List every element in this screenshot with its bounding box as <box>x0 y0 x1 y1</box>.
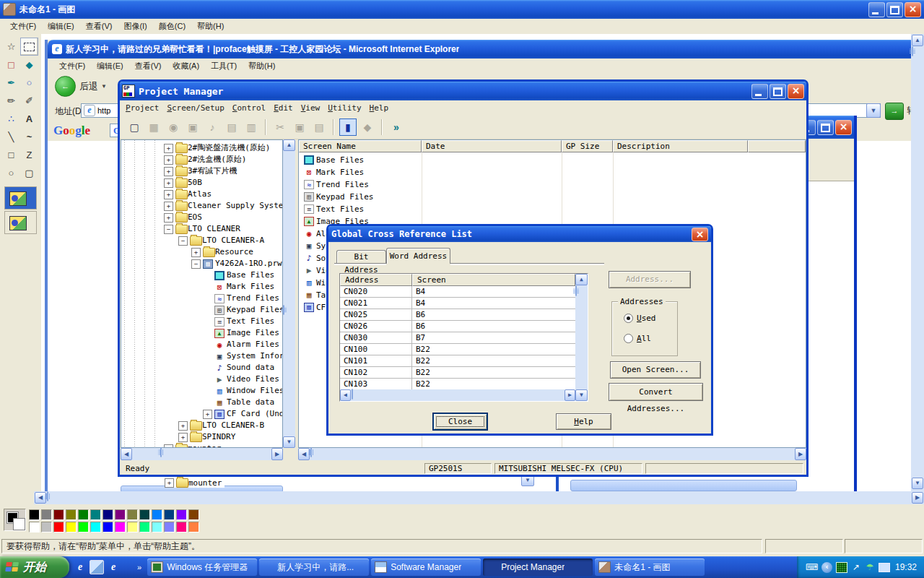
screen-list-row[interactable]: Trend Files <box>299 178 806 191</box>
menu-item[interactable]: 工具(T) <box>205 59 243 73</box>
rounded-rectangle-tool[interactable]: ▢ <box>20 164 38 182</box>
tab-word-address[interactable]: Word Address <box>386 248 450 264</box>
ellipse-tool[interactable]: ○ <box>2 164 20 182</box>
tree-item[interactable]: Keypad Files <box>121 304 283 316</box>
menu-item[interactable]: 文件(F) <box>4 20 42 33</box>
screen-list-row[interactable]: Mark Files <box>299 166 806 178</box>
menu-item[interactable]: View <box>300 102 327 114</box>
menu-item[interactable]: 图像(I) <box>118 20 152 33</box>
tree-item[interactable]: Alarm Files <box>121 339 283 350</box>
free-form-select-tool[interactable]: ☆ <box>2 38 20 56</box>
radio-used-dot[interactable] <box>624 314 633 323</box>
palette-color[interactable] <box>176 509 187 520</box>
taskbar-button[interactable]: Software Manager <box>371 558 481 576</box>
back-button[interactable]: ← 后退 ▼ <box>55 76 107 97</box>
menu-item[interactable]: 帮助(H) <box>243 59 281 73</box>
menu-item[interactable]: Help <box>368 102 396 114</box>
tree-item[interactable]: Video Files <box>121 374 283 385</box>
tree-item[interactable]: − LTO CLEANER-A <box>121 235 283 246</box>
tree-item[interactable]: Trend Files <box>121 293 283 304</box>
table-row[interactable]: CN020 B4 <box>340 286 575 298</box>
polygon-tool[interactable]: Z <box>20 146 38 164</box>
palette-color[interactable] <box>103 509 113 520</box>
background-window-titlebar[interactable] <box>807 116 854 139</box>
palette-color[interactable] <box>127 522 138 532</box>
taskbar-clock[interactable]: 19:32 <box>895 562 917 572</box>
table-row[interactable]: CN025 B6 <box>340 309 575 321</box>
taskbar-button[interactable]: Project Manager <box>483 558 593 576</box>
pencil-tool[interactable]: ✏ <box>2 92 20 110</box>
menu-item[interactable]: 查看(V) <box>129 59 167 73</box>
tree-item[interactable]: Window Files <box>121 385 283 397</box>
palette-color[interactable] <box>103 522 113 532</box>
tree-item[interactable]: + 3#宥誠下片機 <box>121 165 283 177</box>
taskbar-button[interactable]: Windows 任务管理器 <box>147 558 257 576</box>
curve-tool[interactable]: ~ <box>20 128 38 146</box>
menu-item[interactable]: 文件(F) <box>53 59 91 73</box>
menu-item[interactable]: Edit <box>272 102 300 114</box>
text-tool[interactable]: A <box>20 110 38 128</box>
column-header-gp-size[interactable]: GP Size <box>562 140 613 152</box>
paint-horizontal-scrollbar[interactable]: ◀ ▶ <box>34 491 924 504</box>
dialog-close-button[interactable] <box>692 228 708 241</box>
menu-item[interactable]: 编辑(E) <box>91 59 129 73</box>
paint-minimize-button[interactable] <box>868 2 885 17</box>
toolbar-separator[interactable] <box>381 119 383 135</box>
tree-item[interactable]: + Atlas <box>121 189 283 200</box>
go-button[interactable]: → <box>885 103 904 120</box>
transfer-icon[interactable]: » <box>388 118 405 136</box>
network-tray-icon[interactable] <box>879 563 890 572</box>
ie-titlebar[interactable]: e 新人学习中，请路过的兄弟帮忙看看！|proface触摸屏 - 工控人家园论坛… <box>48 40 911 59</box>
close-button[interactable]: Close <box>433 413 487 430</box>
tree-horizontal-scrollbar[interactable]: ◀ ▶ <box>121 448 283 460</box>
connection-tray-icon[interactable]: ↗ <box>851 562 861 572</box>
palette-color[interactable] <box>90 509 101 520</box>
rectangle-tool[interactable]: □ <box>2 146 20 164</box>
dialog-titlebar[interactable]: Global Cross Reference List <box>328 226 711 242</box>
library-icon[interactable]: ▣ <box>184 118 201 136</box>
table-row[interactable]: CN026 B6 <box>340 321 575 332</box>
tree-item[interactable]: Image Files <box>121 327 283 339</box>
sound-icon[interactable]: ♪ <box>204 118 221 136</box>
app-tray-icon[interactable] <box>836 562 847 573</box>
menu-item[interactable]: Screen/Setup <box>165 102 230 114</box>
table-row[interactable]: CN102 B22 <box>340 367 575 379</box>
palette-color[interactable] <box>78 522 89 532</box>
antivirus-tray-icon[interactable]: ☂ <box>865 562 875 572</box>
tree-item[interactable]: System Infor <box>121 350 283 362</box>
cut-icon[interactable]: ✂ <box>271 118 289 136</box>
menu-item[interactable]: Project <box>124 102 165 114</box>
back-dropdown-icon[interactable]: ▼ <box>101 83 107 90</box>
tree-item[interactable]: + Resource <box>121 246 283 258</box>
tree-item[interactable]: Base Files <box>121 269 283 281</box>
table-row[interactable]: CN103 B22 <box>340 379 575 390</box>
tree-item[interactable]: + CF Card (Und <box>121 408 283 420</box>
hidden-icons-chevron[interactable]: ‹ <box>821 562 832 573</box>
address-dropdown-button[interactable]: ▼ <box>866 103 881 118</box>
palette-color[interactable] <box>90 522 101 532</box>
tree-item[interactable]: Mark Files <box>121 281 283 293</box>
tree-item[interactable]: + 2#陶瓷盤清洗機(原始) <box>121 142 283 154</box>
tab-bit-address[interactable]: Bit Address <box>336 250 386 264</box>
column-header-screen-name[interactable]: Screen Name <box>299 140 422 152</box>
keyboard-tray-icon[interactable]: ⌨ <box>806 562 818 572</box>
image-icon[interactable]: ▤ <box>223 118 240 136</box>
new-project-icon[interactable]: ▢ <box>126 118 143 136</box>
line-tool[interactable]: ╲ <box>2 128 20 146</box>
palette-color[interactable] <box>41 509 52 520</box>
table-header-address[interactable]: Address <box>340 274 412 286</box>
table-row[interactable]: CN101 B22 <box>340 355 575 367</box>
tree-vertical-scrollbar[interactable]: ▲ ▼ <box>283 139 295 448</box>
palette-color[interactable] <box>115 509 126 520</box>
help-button[interactable]: Help <box>556 413 611 430</box>
menu-item[interactable]: 编辑(E) <box>42 20 80 33</box>
table-row[interactable]: CN021 B4 <box>340 298 575 309</box>
print-icon[interactable]: ▥ <box>243 118 260 136</box>
palette-color[interactable] <box>152 522 162 532</box>
magnifier-tool[interactable]: ○ <box>20 74 38 92</box>
menu-item[interactable]: 收藏(A) <box>167 59 205 73</box>
tree-item[interactable]: Sound data <box>121 362 283 374</box>
toolbar-separator[interactable] <box>265 119 266 135</box>
menu-item[interactable]: 查看(V) <box>80 20 118 33</box>
select-tool[interactable] <box>20 38 38 56</box>
